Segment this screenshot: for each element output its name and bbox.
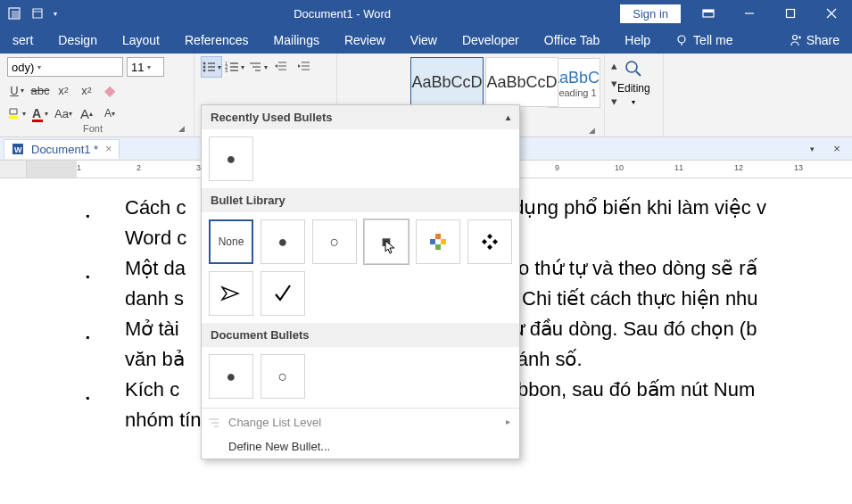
increase-indent-icon: [298, 61, 310, 73]
tab-mailings[interactable]: Mailings: [261, 27, 332, 54]
font-name-combo[interactable]: ody)▾: [7, 57, 123, 77]
qat-dropdown-icon[interactable]: ▾: [54, 10, 57, 18]
svg-rect-41: [441, 239, 446, 244]
svg-point-18: [203, 70, 206, 72]
font-group-title: Font: [7, 123, 178, 134]
highlight-icon: [8, 107, 22, 120]
change-list-level: Change List Level ▸: [202, 410, 519, 434]
bullet-recent-disc[interactable]: ●: [209, 136, 253, 181]
underline-button[interactable]: U ▾: [7, 80, 27, 100]
tellme-label: Tell me: [693, 33, 732, 47]
bullet-circle[interactable]: ○: [312, 219, 357, 264]
dd-recent-label: Recently Used Bullets: [211, 111, 333, 124]
change-case-button[interactable]: Aa ▾: [54, 103, 73, 123]
tab-design[interactable]: Design: [45, 27, 110, 54]
find-icon[interactable]: [624, 59, 643, 78]
styles-launcher[interactable]: ◢: [548, 126, 597, 135]
svg-line-36: [636, 71, 641, 76]
decrease-indent-button[interactable]: [271, 57, 291, 77]
ruler-number: 11: [674, 163, 683, 172]
style-preview: AaBbCcD: [411, 73, 482, 92]
ruler-corner[interactable]: [0, 161, 27, 178]
svg-rect-1: [12, 11, 19, 18]
tab-references[interactable]: References: [172, 27, 261, 54]
bullet-doc-circle[interactable]: ○: [261, 354, 305, 399]
share-button[interactable]: Share: [789, 33, 852, 47]
style-nospacing[interactable]: AaBbCcD: [485, 57, 558, 107]
ruler-number: 9: [555, 163, 559, 172]
multilevel-button[interactable]: ▾: [248, 57, 268, 77]
bullets-button[interactable]: ▾: [202, 57, 221, 77]
bullet-arrow[interactable]: [209, 271, 253, 316]
doctabs-close[interactable]: ×: [827, 139, 847, 159]
share-icon: [789, 34, 801, 46]
maximize-button[interactable]: [770, 0, 811, 27]
svg-point-35: [626, 62, 637, 72]
tab-insert[interactable]: sert: [0, 27, 45, 54]
dd-recent-header: Recently Used Bullets ▴: [202, 105, 519, 129]
svg-rect-40: [435, 234, 441, 239]
highlight-button[interactable]: ▾: [7, 103, 27, 123]
tab-officetab[interactable]: Office Tab: [532, 27, 613, 54]
bullet-disc[interactable]: ●: [261, 219, 305, 264]
bullet-4diamond[interactable]: [467, 219, 512, 264]
tellme[interactable]: Tell me: [663, 27, 745, 54]
tab-review[interactable]: Review: [332, 27, 398, 54]
editing-label[interactable]: Editing: [617, 82, 650, 95]
minimize-button[interactable]: [729, 0, 770, 27]
svg-rect-13: [9, 116, 18, 119]
font-color-icon: A: [32, 106, 41, 120]
dd-docbullets-header: Document Bullets: [202, 323, 519, 347]
bullet-4color[interactable]: [416, 219, 460, 264]
svg-point-8: [678, 36, 685, 43]
bullet-doc-disc[interactable]: ●: [209, 354, 253, 399]
bullet-library-dropdown: Recently Used Bullets ▴ ● Bullet Library…: [201, 104, 520, 459]
svg-rect-5: [787, 10, 795, 18]
indent-icon: [209, 417, 219, 428]
numbering-icon: 123: [225, 61, 239, 73]
qat-icon-2[interactable]: [30, 6, 45, 21]
subscript-button[interactable]: x2: [54, 80, 73, 100]
ruler-number: 13: [794, 163, 803, 172]
numbering-button[interactable]: 123▾: [225, 57, 244, 77]
tab-help[interactable]: Help: [612, 27, 663, 54]
word-doc-icon: W: [12, 143, 24, 155]
svg-point-10: [792, 36, 797, 40]
bullet-none[interactable]: None: [209, 219, 253, 264]
doctab-close-icon[interactable]: ×: [105, 143, 112, 155]
define-new-bullet[interactable]: Define New Bullet...: [202, 434, 519, 459]
signin-button[interactable]: Sign in: [620, 4, 681, 23]
font-launcher[interactable]: ◢: [178, 124, 186, 133]
ribbon-display-button[interactable]: [688, 0, 729, 27]
clear-formatting-button[interactable]: ◆: [100, 80, 120, 100]
grow-font-button[interactable]: A▴: [77, 103, 96, 123]
multilevel-icon: [248, 61, 262, 73]
change-level-label: Change List Level: [228, 416, 321, 429]
svg-point-16: [203, 66, 206, 69]
bullet-check[interactable]: [261, 271, 305, 316]
tab-developer[interactable]: Developer: [450, 27, 532, 54]
doctabs-dropdown[interactable]: ▾: [802, 139, 822, 159]
font-size-value: 11: [131, 61, 144, 74]
bullet-square[interactable]: ■: [364, 219, 409, 264]
define-bullet-label: Define New Bullet...: [228, 440, 330, 453]
svg-rect-39: [430, 239, 435, 244]
strikethrough-button[interactable]: abc: [30, 80, 50, 100]
style-normal[interactable]: AaBbCcD: [410, 57, 484, 107]
ruler-number: 10: [615, 163, 624, 172]
expand-up-icon[interactable]: ▴: [506, 112, 510, 122]
shrink-font-button[interactable]: A▾: [100, 103, 120, 123]
increase-indent-button[interactable]: [294, 57, 314, 77]
ruler-number: 2: [136, 163, 141, 172]
superscript-button[interactable]: x2: [77, 80, 96, 100]
doctab-document1[interactable]: W Document1 * ×: [4, 139, 120, 159]
font-size-combo[interactable]: 11▾: [127, 57, 164, 77]
decrease-indent-icon: [275, 61, 287, 73]
font-color-button[interactable]: A▾: [30, 103, 50, 123]
qat-icon-1[interactable]: [7, 6, 21, 21]
tab-layout[interactable]: Layout: [110, 27, 172, 54]
close-button[interactable]: [811, 0, 852, 27]
tab-view[interactable]: View: [398, 27, 450, 54]
style-preview: AaBbCcD: [486, 73, 557, 92]
submenu-arrow-icon: ▸: [506, 417, 510, 426]
